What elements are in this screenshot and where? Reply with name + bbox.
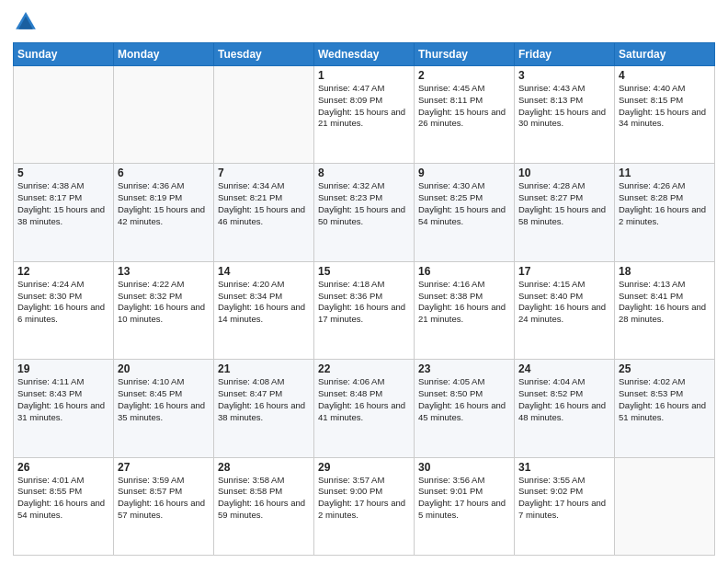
day-number: 4 [619,69,711,82]
calendar-day-cell: 8Sunrise: 4:32 AM Sunset: 8:23 PM Daylig… [314,164,415,261]
day-number: 24 [518,362,610,375]
day-info: Sunrise: 3:59 AM Sunset: 8:57 PM Dayligh… [118,475,210,522]
day-number: 17 [518,265,610,278]
calendar-day-cell: 9Sunrise: 4:30 AM Sunset: 8:25 PM Daylig… [415,164,515,261]
calendar-day-cell: 14Sunrise: 4:20 AM Sunset: 8:34 PM Dayli… [214,261,314,359]
calendar-week-row: 1Sunrise: 4:47 AM Sunset: 8:09 PM Daylig… [14,66,715,164]
day-number: 22 [318,362,410,375]
weekday-header-tuesday: Tuesday [214,43,314,66]
calendar-day-cell: 19Sunrise: 4:11 AM Sunset: 8:43 PM Dayli… [14,360,114,457]
weekday-header-friday: Friday [515,43,615,66]
logo [13,9,42,35]
day-info: Sunrise: 4:28 AM Sunset: 8:27 PM Dayligh… [518,180,610,227]
day-info: Sunrise: 4:11 AM Sunset: 8:43 PM Dayligh… [17,376,109,423]
calendar-day-cell: 15Sunrise: 4:18 AM Sunset: 8:36 PM Dayli… [314,261,415,359]
day-info: Sunrise: 4:24 AM Sunset: 8:30 PM Dayligh… [17,279,109,326]
day-number: 8 [318,167,410,179]
day-info: Sunrise: 4:26 AM Sunset: 8:28 PM Dayligh… [619,180,711,227]
day-number: 11 [619,167,711,179]
day-info: Sunrise: 4:13 AM Sunset: 8:41 PM Dayligh… [619,279,711,326]
day-info: Sunrise: 4:30 AM Sunset: 8:25 PM Dayligh… [418,180,510,227]
day-number: 26 [17,461,109,474]
day-number: 7 [218,167,310,179]
day-info: Sunrise: 4:45 AM Sunset: 8:11 PM Dayligh… [418,83,510,130]
calendar-day-cell: 31Sunrise: 3:55 AM Sunset: 9:02 PM Dayli… [515,457,615,555]
weekday-header-monday: Monday [114,43,214,66]
day-number: 19 [17,362,109,375]
day-number: 25 [619,362,711,375]
calendar-day-cell: 11Sunrise: 4:26 AM Sunset: 8:28 PM Dayli… [615,164,715,261]
day-info: Sunrise: 4:05 AM Sunset: 8:50 PM Dayligh… [418,376,510,423]
calendar-table: SundayMondayTuesdayWednesdayThursdayFrid… [13,42,715,556]
day-number: 13 [118,265,210,278]
day-number: 14 [218,265,310,278]
weekday-header-saturday: Saturday [615,43,715,66]
day-number: 12 [17,265,109,278]
calendar-day-cell: 2Sunrise: 4:45 AM Sunset: 8:11 PM Daylig… [415,66,515,164]
day-info: Sunrise: 4:18 AM Sunset: 8:36 PM Dayligh… [318,279,410,326]
day-info: Sunrise: 3:55 AM Sunset: 9:02 PM Dayligh… [518,475,610,522]
calendar-day-cell: 21Sunrise: 4:08 AM Sunset: 8:47 PM Dayli… [214,360,314,457]
day-number: 5 [17,167,109,179]
day-number: 10 [518,167,610,179]
calendar-day-cell: 4Sunrise: 4:40 AM Sunset: 8:15 PM Daylig… [615,66,715,164]
page: SundayMondayTuesdayWednesdayThursdayFrid… [0,0,728,563]
day-info: Sunrise: 4:20 AM Sunset: 8:34 PM Dayligh… [218,279,310,326]
day-number: 2 [418,69,510,82]
calendar-day-cell: 17Sunrise: 4:15 AM Sunset: 8:40 PM Dayli… [515,261,615,359]
calendar-day-cell: 20Sunrise: 4:10 AM Sunset: 8:45 PM Dayli… [114,360,214,457]
day-info: Sunrise: 4:08 AM Sunset: 8:47 PM Dayligh… [218,376,310,423]
weekday-header-sunday: Sunday [14,43,114,66]
calendar-day-cell: 1Sunrise: 4:47 AM Sunset: 8:09 PM Daylig… [314,66,415,164]
calendar-day-cell: 6Sunrise: 4:36 AM Sunset: 8:19 PM Daylig… [114,164,214,261]
day-info: Sunrise: 4:38 AM Sunset: 8:17 PM Dayligh… [17,180,109,227]
calendar-week-row: 19Sunrise: 4:11 AM Sunset: 8:43 PM Dayli… [14,360,715,457]
calendar-day-cell: 30Sunrise: 3:56 AM Sunset: 9:01 PM Dayli… [415,457,515,555]
calendar-day-cell: 18Sunrise: 4:13 AM Sunset: 8:41 PM Dayli… [615,261,715,359]
day-info: Sunrise: 4:36 AM Sunset: 8:19 PM Dayligh… [118,180,210,227]
day-number: 27 [118,461,210,474]
day-number: 20 [118,362,210,375]
day-number: 9 [418,167,510,179]
day-number: 29 [318,461,410,474]
day-info: Sunrise: 3:57 AM Sunset: 9:00 PM Dayligh… [318,475,410,522]
day-info: Sunrise: 4:15 AM Sunset: 8:40 PM Dayligh… [518,279,610,326]
calendar-day-cell: 16Sunrise: 4:16 AM Sunset: 8:38 PM Dayli… [415,261,515,359]
calendar-day-cell [114,66,214,164]
calendar-day-cell: 26Sunrise: 4:01 AM Sunset: 8:55 PM Dayli… [14,457,114,555]
day-info: Sunrise: 4:01 AM Sunset: 8:55 PM Dayligh… [17,475,109,522]
calendar-day-cell: 24Sunrise: 4:04 AM Sunset: 8:52 PM Dayli… [515,360,615,457]
day-info: Sunrise: 4:22 AM Sunset: 8:32 PM Dayligh… [118,279,210,326]
calendar-day-cell [615,457,715,555]
calendar-day-cell: 29Sunrise: 3:57 AM Sunset: 9:00 PM Dayli… [314,457,415,555]
day-number: 30 [418,461,510,474]
day-number: 28 [218,461,310,474]
calendar-day-cell: 23Sunrise: 4:05 AM Sunset: 8:50 PM Dayli… [415,360,515,457]
calendar-day-cell: 3Sunrise: 4:43 AM Sunset: 8:13 PM Daylig… [515,66,615,164]
day-info: Sunrise: 4:04 AM Sunset: 8:52 PM Dayligh… [518,376,610,423]
calendar-day-cell: 5Sunrise: 4:38 AM Sunset: 8:17 PM Daylig… [14,164,114,261]
day-number: 1 [318,69,410,82]
day-info: Sunrise: 4:34 AM Sunset: 8:21 PM Dayligh… [218,180,310,227]
calendar-header-row: SundayMondayTuesdayWednesdayThursdayFrid… [14,43,715,66]
logo-icon [13,9,39,35]
calendar-day-cell [214,66,314,164]
weekday-header-wednesday: Wednesday [314,43,415,66]
calendar-day-cell: 10Sunrise: 4:28 AM Sunset: 8:27 PM Dayli… [515,164,615,261]
calendar-day-cell: 13Sunrise: 4:22 AM Sunset: 8:32 PM Dayli… [114,261,214,359]
day-info: Sunrise: 4:40 AM Sunset: 8:15 PM Dayligh… [619,83,711,130]
calendar-week-row: 5Sunrise: 4:38 AM Sunset: 8:17 PM Daylig… [14,164,715,261]
day-number: 15 [318,265,410,278]
weekday-header-thursday: Thursday [415,43,515,66]
calendar-day-cell: 12Sunrise: 4:24 AM Sunset: 8:30 PM Dayli… [14,261,114,359]
day-number: 6 [118,167,210,179]
day-info: Sunrise: 4:06 AM Sunset: 8:48 PM Dayligh… [318,376,410,423]
calendar-day-cell: 27Sunrise: 3:59 AM Sunset: 8:57 PM Dayli… [114,457,214,555]
day-info: Sunrise: 3:56 AM Sunset: 9:01 PM Dayligh… [418,475,510,522]
day-number: 18 [619,265,711,278]
calendar-day-cell: 25Sunrise: 4:02 AM Sunset: 8:53 PM Dayli… [615,360,715,457]
day-info: Sunrise: 4:47 AM Sunset: 8:09 PM Dayligh… [318,83,410,130]
day-number: 3 [518,69,610,82]
calendar-week-row: 26Sunrise: 4:01 AM Sunset: 8:55 PM Dayli… [14,457,715,555]
header [13,9,715,35]
